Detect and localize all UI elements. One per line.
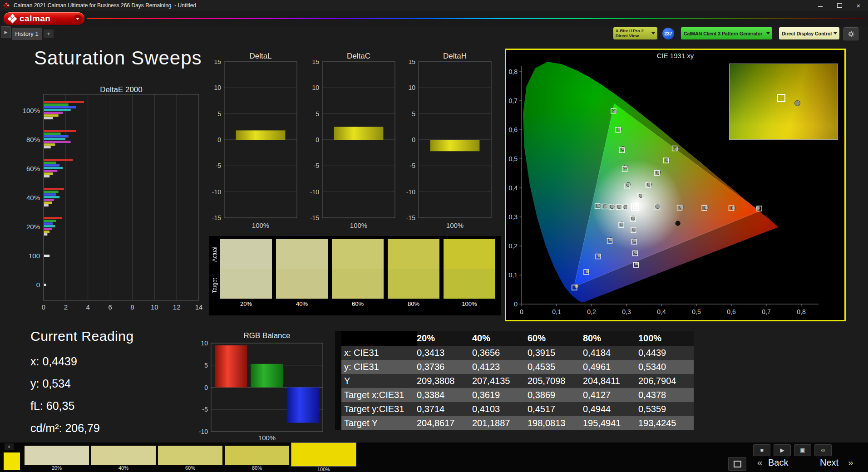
calman-logo-text: calman bbox=[20, 14, 50, 24]
table-row-label: Y bbox=[341, 376, 417, 386]
table-row-label: Target x:CIE31 bbox=[341, 390, 417, 400]
table-header-row: 20%40%60%80%100% bbox=[341, 331, 694, 346]
level-swatch-100%[interactable]: 100% bbox=[291, 442, 356, 472]
svg-text:-10: -10 bbox=[406, 188, 415, 196]
table-cell: 201,1887 bbox=[472, 418, 528, 428]
table-cell: 0,3869 bbox=[528, 390, 583, 400]
meter-name: X-Rite i1Pro 2 bbox=[616, 29, 644, 34]
level-swatch-label: 20% bbox=[25, 465, 89, 471]
table-cell: 0,4944 bbox=[583, 404, 638, 414]
svg-text:8: 8 bbox=[130, 303, 134, 311]
table-cell: 0,4378 bbox=[638, 390, 694, 400]
stop-button[interactable]: ■ bbox=[753, 444, 770, 456]
table-cell: 0,3714 bbox=[417, 404, 472, 414]
chevron-down-icon bbox=[651, 32, 655, 34]
calman-logo-menu[interactable]: calman bbox=[4, 12, 84, 25]
target-row-label: Target bbox=[209, 270, 220, 301]
minimize-button[interactable] bbox=[811, 0, 830, 11]
loop-button[interactable]: ∞ bbox=[814, 444, 832, 456]
svg-text:100%: 100% bbox=[23, 107, 40, 114]
svg-text:0,6: 0,6 bbox=[727, 308, 736, 315]
table-cell: 0,4439 bbox=[638, 348, 694, 358]
level-swatch-label: 80% bbox=[225, 465, 289, 471]
logo-dropdown-button[interactable] bbox=[74, 15, 82, 23]
level-swatch-60%[interactable]: 60% bbox=[158, 442, 222, 472]
table-cell: 195,4941 bbox=[583, 418, 638, 428]
svg-text:0: 0 bbox=[514, 300, 518, 308]
table-cell: 0,3736 bbox=[417, 362, 472, 372]
cie-zoom-inset bbox=[729, 64, 838, 140]
add-tab-button[interactable]: + bbox=[44, 30, 54, 38]
svg-text:6: 6 bbox=[108, 303, 112, 311]
level-swatch-20%[interactable]: 20% bbox=[25, 442, 89, 472]
svg-text:4: 4 bbox=[86, 303, 90, 311]
table-cell: 198,0813 bbox=[528, 418, 583, 428]
table-header-cell: 60% bbox=[528, 333, 583, 344]
cie-chart-panel: CIE 1931 xy 00,10,20,30,40,50,60,70,800,… bbox=[505, 49, 846, 321]
svg-text:14: 14 bbox=[195, 303, 202, 311]
svg-text:5: 5 bbox=[316, 110, 319, 118]
chevron-down-icon bbox=[76, 18, 79, 20]
next-button[interactable]: Next bbox=[820, 457, 838, 468]
table-cell: 0,4123 bbox=[472, 362, 528, 372]
svg-text:0: 0 bbox=[412, 136, 415, 143]
maximize-button[interactable] bbox=[830, 0, 849, 11]
saturation-swatch-60%: 60% bbox=[332, 239, 384, 315]
table-row-label: y: CIE31 bbox=[341, 362, 417, 372]
settings-button[interactable] bbox=[843, 27, 858, 40]
play-button[interactable]: ▶ bbox=[774, 444, 791, 456]
deltac-chart-title: DeltaC bbox=[322, 52, 395, 61]
target-color bbox=[276, 269, 328, 299]
table-row: Target x:CIE310,33840,36190,38690,41270,… bbox=[341, 388, 694, 402]
table-cell: 206,7904 bbox=[638, 376, 694, 386]
tab-history-1[interactable]: History 1 bbox=[12, 28, 42, 40]
svg-text:10: 10 bbox=[312, 84, 319, 91]
maximize-icon bbox=[837, 3, 842, 8]
cie-chart-title: CIE 1931 xy bbox=[506, 52, 844, 59]
collapse-up-button[interactable]: ▲ bbox=[5, 443, 14, 450]
svg-text:0: 0 bbox=[316, 136, 319, 143]
svg-text:0,4: 0,4 bbox=[509, 184, 518, 192]
pattern-generator-dropdown[interactable]: CalMAN Client 3 Pattern Generator bbox=[681, 27, 772, 39]
level-swatch-80%[interactable]: 80% bbox=[225, 442, 289, 472]
svg-text:0,4: 0,4 bbox=[657, 308, 666, 315]
display-control-label: Direct Display Control bbox=[782, 31, 832, 36]
back-chevron-icon: « bbox=[757, 457, 763, 468]
svg-text:5: 5 bbox=[204, 362, 208, 369]
table-cell: 204,8411 bbox=[583, 376, 638, 386]
back-button[interactable]: Back bbox=[768, 457, 788, 468]
layout-button[interactable] bbox=[728, 457, 746, 471]
close-button[interactable]: × bbox=[849, 0, 868, 11]
svg-text:-5: -5 bbox=[410, 162, 416, 169]
svg-text:-5: -5 bbox=[314, 162, 320, 169]
swatch-label: 100% bbox=[444, 299, 495, 310]
svg-text:60%: 60% bbox=[26, 165, 40, 172]
actual-row-label: Actual bbox=[209, 239, 220, 270]
svg-text:-10: -10 bbox=[310, 188, 319, 196]
current-reading-title: Current Reading bbox=[30, 329, 134, 344]
table-row: Target y:CIE310,37140,41030,45170,49440,… bbox=[341, 402, 694, 416]
display-control-dropdown[interactable]: Direct Display Control bbox=[779, 27, 839, 39]
level-swatch-color bbox=[158, 446, 222, 465]
svg-text:0,1: 0,1 bbox=[509, 271, 518, 279]
level-swatch-40%[interactable]: 40% bbox=[91, 442, 156, 472]
deltal-chart-title: DeltaL bbox=[224, 52, 297, 61]
svg-text:12: 12 bbox=[173, 303, 181, 311]
target-color bbox=[332, 269, 384, 299]
table-cell: 0,3384 bbox=[417, 390, 472, 400]
meter-mode: Direct View bbox=[616, 34, 644, 39]
meter-dropdown[interactable]: X-Rite i1Pro 2 Direct View bbox=[613, 27, 657, 39]
table-header-cell: 20% bbox=[417, 333, 472, 344]
saturation-swatch-20%: 20% bbox=[220, 239, 272, 315]
saturation-swatch-40%: 40% bbox=[276, 239, 328, 315]
capture-button[interactable]: ▣ bbox=[794, 444, 811, 456]
app-icon bbox=[4, 3, 9, 8]
saturation-level-strip: 20%40%60%80%100% bbox=[25, 442, 358, 472]
current-reading: Current Reading x: 0,4439 y: 0,534 fL: 6… bbox=[30, 329, 134, 444]
svg-text:2: 2 bbox=[64, 303, 68, 311]
history-expander-button[interactable]: ▶ bbox=[1, 26, 11, 38]
svg-text:15: 15 bbox=[214, 60, 221, 65]
reading-y: y: 0,534 bbox=[30, 377, 134, 390]
measured-point-marker bbox=[794, 100, 800, 106]
svg-text:0,2: 0,2 bbox=[509, 242, 518, 250]
